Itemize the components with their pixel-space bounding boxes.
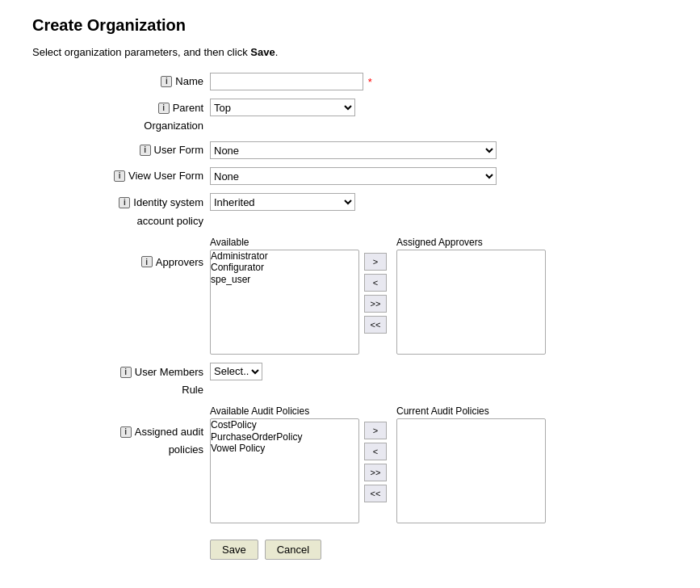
current-audit-list[interactable]: [396, 418, 546, 523]
approvers-transfer-buttons: > < >> <<: [359, 237, 392, 334]
audit-label2: policies: [169, 443, 203, 457]
available-audit-col: Available Audit Policies CostPolicy Purc…: [210, 405, 359, 523]
parent-org-label-container: i Parent Organization: [32, 99, 210, 133]
identity-select[interactable]: Inherited: [210, 193, 355, 211]
parent-org-info-icon[interactable]: i: [158, 103, 170, 114]
remove-audit-button[interactable]: <: [364, 443, 387, 460]
name-label-container: i Name: [32, 73, 210, 87]
view-user-form-field: None: [210, 167, 668, 185]
audit-label-row: i Assigned audit: [120, 425, 203, 439]
parent-org-label2: Organization: [144, 119, 203, 133]
user-members-select[interactable]: Select...: [210, 363, 262, 380]
approvers-label: Approvers: [156, 256, 203, 268]
add-audit-button[interactable]: >: [364, 422, 387, 439]
save-button[interactable]: Save: [210, 540, 258, 560]
audit-field: Available Audit Policies CostPolicy Purc…: [210, 405, 668, 523]
name-row: i Name *: [32, 73, 668, 90]
approver-configurator: Configurator: [211, 262, 358, 273]
user-members-label-row: i User Members: [120, 365, 203, 380]
identity-label-container: i Identity system account policy: [32, 193, 210, 228]
identity-label-row: i Identity system: [119, 195, 203, 210]
user-form-label-container: i User Form: [32, 141, 210, 156]
name-input[interactable]: [210, 73, 363, 90]
approvers-info-icon[interactable]: i: [141, 256, 153, 267]
user-members-label-container: i User Members Rule: [32, 363, 210, 397]
name-required: *: [368, 76, 372, 88]
view-user-form-row: i View User Form None: [32, 167, 668, 185]
remove-all-approvers-button[interactable]: <<: [364, 316, 387, 334]
audit-transfer-buttons: > < >> <<: [359, 405, 392, 502]
identity-field: Inherited: [210, 193, 668, 211]
user-members-row: i User Members Rule Select...: [32, 363, 668, 397]
name-field-container: *: [210, 73, 668, 90]
view-user-form-label: View User Form: [128, 170, 203, 182]
available-audit-list[interactable]: CostPolicy PurchaseOrderPolicy Vowel Pol…: [210, 418, 359, 523]
user-members-label: User Members: [135, 365, 203, 380]
audit-vowel: Vowel Policy: [211, 443, 358, 454]
page-title: Create Organization: [32, 16, 668, 35]
audit-info-icon[interactable]: i: [120, 426, 132, 438]
parent-org-row: i Parent Organization Top: [32, 99, 668, 133]
audit-purchaseorder: PurchaseOrderPolicy: [211, 431, 358, 443]
user-form-field: None: [210, 141, 668, 159]
parent-org-label: Parent: [173, 101, 203, 116]
approvers-label-container: i Approvers: [32, 237, 210, 268]
user-form-row: i User Form None: [32, 141, 668, 159]
user-members-info-icon[interactable]: i: [120, 367, 132, 378]
parent-org-label-row: i Parent: [158, 101, 203, 116]
approvers-field: Available Administrator Configurator spe…: [210, 237, 668, 355]
name-label: Name: [175, 75, 203, 87]
button-row: Save Cancel: [210, 540, 668, 560]
assigned-approvers-label: Assigned Approvers: [396, 237, 546, 248]
approver-admin: Administrator: [211, 250, 358, 262]
parent-org-field: Top: [210, 99, 668, 116]
add-approver-button[interactable]: >: [364, 253, 387, 271]
available-approvers-list[interactable]: Administrator Configurator spe_user: [210, 250, 359, 355]
user-members-field: Select...: [210, 363, 668, 380]
intro-text: Select organization parameters, and then…: [32, 46, 668, 58]
current-audit-label: Current Audit Policies: [396, 405, 546, 417]
add-all-approvers-button[interactable]: >>: [364, 295, 387, 313]
audit-label-container: i Assigned audit policies: [32, 405, 210, 457]
approvers-outer: Available Administrator Configurator spe…: [210, 237, 668, 355]
audit-outer: Available Audit Policies CostPolicy Purc…: [210, 405, 668, 523]
identity-label2: account policy: [137, 214, 203, 229]
add-all-audit-button[interactable]: >>: [364, 464, 387, 481]
identity-info-icon[interactable]: i: [119, 197, 130, 208]
assigned-approvers-col: Assigned Approvers: [396, 237, 546, 355]
cancel-button[interactable]: Cancel: [265, 540, 321, 560]
identity-row: i Identity system account policy Inherit…: [32, 193, 668, 228]
view-user-form-info-icon[interactable]: i: [114, 170, 125, 182]
user-form-label: User Form: [154, 144, 203, 156]
audit-policies-row: i Assigned audit policies Available Audi…: [32, 405, 668, 523]
assigned-approvers-list[interactable]: [396, 250, 546, 355]
available-approvers-label: Available: [210, 237, 359, 248]
user-members-label2: Rule: [182, 383, 203, 397]
page: Create Organization Select organization …: [0, 0, 700, 588]
audit-label: Assigned audit: [135, 425, 203, 439]
approvers-row: i Approvers Available Administrator Conf…: [32, 237, 668, 355]
identity-label: Identity system: [133, 195, 203, 210]
user-form-select[interactable]: None: [210, 141, 497, 159]
approver-spe-user: spe_user: [211, 274, 358, 285]
available-approvers-col: Available Administrator Configurator spe…: [210, 237, 359, 355]
current-audit-col: Current Audit Policies: [396, 405, 546, 523]
user-form-info-icon[interactable]: i: [140, 145, 151, 156]
view-user-form-label-container: i View User Form: [32, 167, 210, 182]
audit-costpolicy: CostPolicy: [211, 419, 358, 430]
remove-all-audit-button[interactable]: <<: [364, 485, 387, 502]
available-audit-label: Available Audit Policies: [210, 405, 359, 417]
name-info-icon[interactable]: i: [161, 76, 172, 87]
view-user-form-select[interactable]: None: [210, 167, 497, 185]
remove-approver-button[interactable]: <: [364, 274, 387, 292]
parent-org-select[interactable]: Top: [210, 99, 355, 116]
